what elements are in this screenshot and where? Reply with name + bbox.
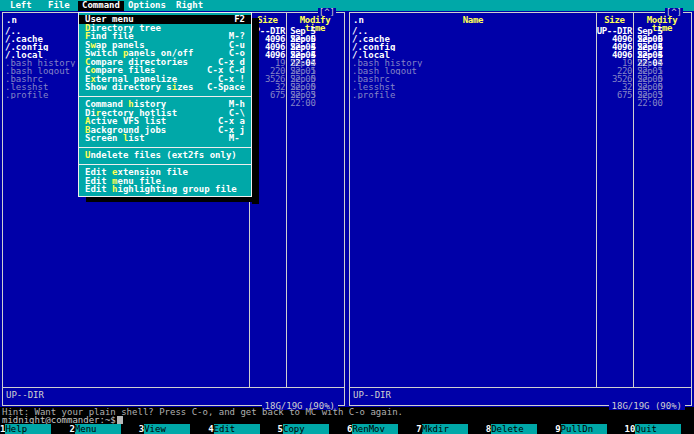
fkey-button-delete[interactable]: 8Delete — [486, 424, 555, 434]
fkey-label: Edit — [214, 424, 260, 434]
menu-item-shortcut: F2 — [234, 15, 245, 24]
fkey-button-copy[interactable]: 5Copy — [278, 424, 347, 434]
right-column-header-mtime[interactable]: Modify time — [634, 16, 690, 24]
menu-item[interactable]: Undelete files (ext2fs only) — [79, 151, 251, 160]
file-name: /.. — [350, 27, 596, 35]
file-name: .bash_history — [350, 59, 596, 67]
fkey-label: RenMov — [352, 424, 398, 434]
fkey-label: Copy — [283, 424, 329, 434]
fkey-button-edit[interactable]: 4Edit — [208, 424, 277, 434]
menu-item[interactable]: Edit highlighting group file — [79, 185, 251, 194]
menu-bar: Left File Command Options Right — [0, 0, 694, 11]
menu-item-hotkey: h — [112, 184, 117, 194]
menu-right[interactable]: Right — [172, 1, 207, 11]
left-column-header-mtime[interactable]: Modify time — [287, 16, 343, 24]
fkey-label: PullDn — [561, 424, 607, 434]
file-mtime: Sep 5 22:00 — [287, 91, 344, 99]
fkey-label: Help — [5, 424, 51, 434]
ministatus-divider — [350, 387, 691, 388]
right-panel: [^] .n Name Size Modify time /..UP--DIRS… — [349, 12, 692, 406]
menu-item-hotkey: l — [123, 133, 128, 143]
menu-item-label: Show directory sizes — [85, 83, 193, 92]
left-ministatus: UP--DIR — [6, 391, 44, 399]
fkey-button-help[interactable]: 1Help — [0, 424, 69, 434]
fkey-button-pulldn[interactable]: 9PullDn — [555, 424, 624, 434]
command-dropdown-menu: User menuF2Directory treeFind fileM-?Swa… — [78, 12, 252, 197]
fkey-button-quit[interactable]: 10Quit — [625, 424, 694, 434]
menu-item-hotkey: U — [85, 150, 90, 160]
menu-shadow — [86, 196, 259, 202]
file-size: 675 — [596, 91, 634, 99]
fkey-button-menu[interactable]: 2Menu — [69, 424, 138, 434]
menu-item-label: Edit highlighting group file — [85, 185, 237, 194]
right-ministatus: UP--DIR — [353, 391, 391, 399]
menu-item[interactable]: Screen listM-` — [79, 134, 251, 143]
menu-separator — [79, 160, 251, 169]
right-column-header-size[interactable]: Size — [597, 16, 632, 24]
right-free-space: 18G/19G (90%) — [609, 402, 685, 410]
fkey-button-mkdir[interactable]: 7Mkdir — [416, 424, 485, 434]
menu-file[interactable]: File — [44, 1, 74, 11]
menu-item-label: Screen list — [85, 134, 145, 143]
menu-item[interactable]: Show directory sizesC-Space — [79, 83, 251, 92]
file-name: .bash_logout — [350, 67, 596, 75]
right-column-header-name[interactable]: Name — [350, 16, 596, 24]
file-name: .lesshst — [350, 83, 596, 91]
fkey-label: Quit — [635, 424, 681, 434]
function-key-bar: 1Help2Menu3View4Edit5Copy6RenMov7Mkdir8D… — [0, 424, 694, 434]
menu-left[interactable]: Left — [6, 1, 36, 11]
menu-separator — [79, 92, 251, 101]
ministatus-divider — [3, 387, 344, 388]
fkey-button-renmov[interactable]: 6RenMov — [347, 424, 416, 434]
menu-command[interactable]: Command — [78, 1, 124, 11]
text-cursor — [117, 416, 123, 424]
menu-shadow — [252, 18, 259, 204]
file-name: .profile — [350, 91, 596, 99]
file-row[interactable]: .profile675Sep 5 22:00 — [350, 91, 691, 99]
right-panel-files: /..UP--DIRSep 5 22:00/.cache4096Sep 5 22… — [350, 27, 691, 99]
fkey-number: 10 — [625, 424, 636, 434]
panel-area: [^] .n Name Size Modify time /..UP--DIRS… — [0, 11, 694, 407]
file-name: /.cache — [350, 35, 596, 43]
menu-item-shortcut: M-` — [229, 134, 245, 143]
fkey-button-view[interactable]: 3View — [139, 424, 208, 434]
fkey-label: Delete — [491, 424, 537, 434]
file-name: /.config — [350, 43, 596, 51]
fkey-label: Mkdir — [422, 424, 468, 434]
fkey-label: View — [144, 424, 190, 434]
menu-item-hotkey: i — [172, 82, 177, 92]
file-mtime: Sep 5 22:00 — [634, 91, 691, 99]
shell-prompt[interactable]: midnight@commander:~$ — [2, 416, 123, 424]
menu-options[interactable]: Options — [124, 1, 170, 11]
file-name: .bashrc — [350, 75, 596, 83]
file-name: /.local — [350, 51, 596, 59]
menu-separator — [79, 143, 251, 152]
menu-item-label: Undelete files (ext2fs only) — [85, 151, 237, 160]
menu-item-shortcut: C-Space — [207, 83, 245, 92]
fkey-label: Menu — [75, 424, 121, 434]
